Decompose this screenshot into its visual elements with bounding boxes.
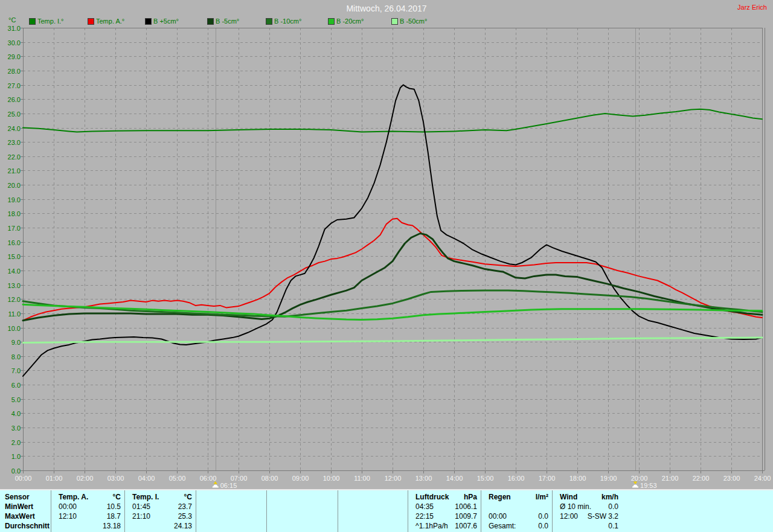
cell-text: Temp. A.: [59, 492, 88, 502]
y-tick-label: 10.0: [8, 325, 21, 332]
y-tick-label: 1.0: [11, 453, 21, 460]
table-cell: 04:351006.1: [408, 502, 481, 511]
cell-value: km/h: [601, 492, 618, 502]
table-header-cell: Temp. I.°C: [124, 492, 196, 502]
y-tick-label: 7.0: [11, 367, 21, 374]
cell-value: 1007.6: [455, 521, 477, 531]
table-cell: 01:4523.7: [124, 502, 196, 511]
summary-table: SensorMinWertMaxWertDurchschnittTemp. A.…: [0, 490, 773, 532]
table-column-divider: [196, 490, 196, 532]
x-tick-label: 09:00: [292, 475, 309, 482]
y-tick-label: 31.0: [8, 25, 21, 32]
y-tick-label: 11.0: [8, 310, 21, 318]
y-tick-label: 25.0: [8, 111, 21, 118]
y-tick-label: 27.0: [8, 82, 21, 89]
table-column-divider: [338, 490, 338, 532]
cell-text: 04:35: [415, 502, 434, 511]
cell-text: Ø 10 min.: [560, 502, 591, 511]
cell-value: hPa: [464, 492, 477, 502]
y-tick-label: 14.0: [8, 268, 21, 275]
y-tick-label: 30.0: [8, 39, 21, 46]
y-tick-label: 13.0: [8, 282, 21, 289]
y-tick-label: 6.0: [11, 382, 21, 389]
x-tick-label: 05:00: [169, 475, 186, 482]
cell-value: °C: [184, 492, 192, 502]
sunrise-time-label: 06:15: [220, 482, 237, 489]
cell-value: 0.1: [608, 521, 618, 531]
x-tick-label: 15:00: [477, 475, 494, 482]
x-tick-label: 06:00: [200, 475, 217, 482]
row-label: MaxWert: [5, 511, 35, 521]
cell-text: 01:45: [132, 502, 150, 511]
y-tick-label: 28.0: [8, 68, 21, 75]
x-tick-label: 21:00: [662, 475, 679, 482]
cell-value: S-SW 3.2: [588, 511, 618, 521]
table-header-cell: Regenl/m²: [481, 492, 552, 502]
table-header-cell: Temp. A.°C: [51, 492, 124, 502]
y-tick-label: 16.0: [8, 239, 21, 246]
cell-value: 0.0: [538, 521, 548, 531]
cell-value: 25.3: [178, 511, 192, 521]
y-tick-label: 20.0: [8, 182, 21, 189]
x-tick-label: 10:00: [323, 475, 340, 482]
x-tick-label: 22:00: [693, 475, 710, 482]
x-tick-label: 00:00: [15, 475, 32, 482]
sunset-time-label: 19:53: [640, 482, 657, 489]
y-tick-label: 12.0: [8, 296, 21, 303]
x-tick-label: 12:00: [385, 475, 402, 482]
x-tick-label: 02:00: [77, 475, 94, 482]
x-tick-label: 14:00: [446, 475, 463, 482]
cell-text: Luftdruck: [415, 492, 449, 502]
x-tick-label: 03:00: [107, 475, 124, 482]
x-tick-label: 24:00: [754, 475, 771, 482]
y-tick-label: 29.0: [8, 53, 21, 60]
table-cell: 12:00S-SW 3.2: [552, 511, 622, 521]
table-cell: Gesamt:0.0: [481, 521, 552, 531]
cell-value: 0.0: [608, 502, 618, 511]
cell-text: 00:00: [489, 511, 507, 521]
y-tick-label: 9.0: [11, 339, 21, 346]
table-header-cell: LuftdruckhPa: [408, 492, 481, 502]
row-label: MinWert: [5, 502, 33, 511]
cell-text: ^1.1hPa/h: [415, 521, 448, 531]
cell-text: Gesamt:: [489, 521, 516, 531]
x-tick-label: 07:00: [231, 475, 248, 482]
weather-app-screen: Mittwoch, 26.04.2017 Jarz Erich °C Temp.…: [0, 0, 773, 532]
sunrise-icon: [213, 485, 217, 487]
table-column-divider: [266, 490, 267, 532]
cell-value: 24.13: [174, 521, 192, 531]
y-tick-label: 2.0: [11, 439, 21, 446]
cell-value: 1009.7: [455, 511, 477, 521]
table-cell: 12:1018.7: [51, 511, 124, 521]
chart-canvas: 0.01.02.03.04.05.06.07.08.09.010.011.012…: [0, 0, 773, 490]
cell-text: 22:15: [415, 511, 434, 521]
table-cell: 22:151009.7: [408, 511, 481, 521]
cell-text: 21:10: [132, 511, 150, 521]
y-tick-label: 15.0: [8, 253, 21, 260]
table-cell: ^1.1hPa/h1007.6: [408, 521, 481, 531]
cell-text: Temp. I.: [132, 492, 159, 502]
table-cell: 00:000.0: [481, 511, 552, 521]
x-tick-label: 16:00: [508, 475, 525, 482]
table-cell: 0.1: [552, 521, 622, 531]
cell-text: 00:00: [59, 502, 77, 511]
y-tick-label: 22.0: [8, 153, 21, 161]
y-tick-label: 3.0: [11, 425, 21, 432]
y-tick-label: 18.0: [8, 210, 21, 217]
cell-value: 0.0: [538, 511, 548, 521]
x-tick-label: 13:00: [415, 475, 432, 482]
cell-value: °C: [113, 492, 121, 502]
row-label: Sensor: [5, 492, 30, 502]
y-tick-label: 19.0: [8, 196, 21, 204]
cell-value: 23.7: [178, 502, 192, 511]
table-cell: Ø 10 min.0.0: [552, 502, 622, 511]
x-tick-label: 19:00: [600, 475, 617, 482]
y-tick-label: 17.0: [8, 225, 21, 232]
cell-value: l/m²: [536, 492, 548, 502]
x-tick-label: 23:00: [723, 475, 740, 482]
cell-text: Regen: [489, 492, 511, 502]
y-tick-label: 24.0: [8, 125, 21, 132]
x-tick-label: 20:00: [631, 475, 648, 482]
y-tick-label: 21.0: [8, 167, 21, 175]
x-tick-label: 08:00: [261, 475, 278, 482]
